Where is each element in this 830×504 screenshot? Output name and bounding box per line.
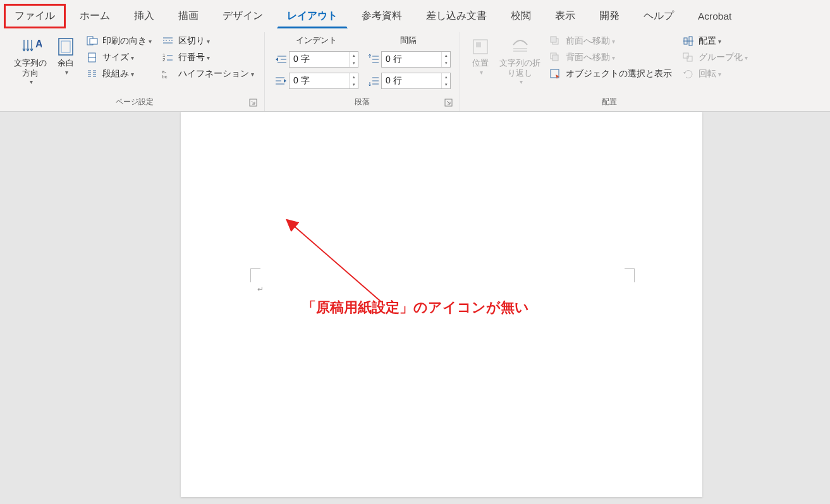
indent-right-icon (274, 74, 289, 88)
tab-view[interactable]: 表示 (545, 4, 585, 28)
tab-review[interactable]: 校閲 (501, 4, 541, 28)
wrap-text-label: 文字列の折 り返し (499, 59, 540, 78)
align-label: 配置 (699, 35, 716, 47)
spinner-down[interactable]: ▾ (350, 81, 358, 88)
bring-forward-label: 前面へ移動 (566, 35, 610, 47)
send-backward-icon (549, 52, 562, 63)
breaks-button[interactable]: 区切り ▾ (159, 33, 257, 49)
tab-acrobat[interactable]: Acrobat (688, 6, 742, 27)
orientation-label: 印刷の向き (102, 35, 147, 47)
align-button[interactable]: 配置 ▾ (680, 33, 750, 49)
group-objects-button: グループ化 ▾ (680, 50, 750, 65)
columns-label: 段組み (102, 68, 129, 80)
indent-heading: インデント (274, 33, 358, 49)
text-direction-button[interactable]: A 文字列の 方向 ▾ (10, 33, 51, 85)
bring-forward-icon (549, 35, 562, 47)
selection-pane-label: オブジェクトの選択と表示 (566, 68, 672, 80)
position-button: 位置 ▾ (465, 33, 496, 76)
margins-icon (54, 36, 77, 57)
size-icon (86, 52, 99, 63)
hyphenation-icon: a-bc (162, 68, 174, 80)
orientation-button[interactable]: 印刷の向き ▾ (83, 33, 154, 49)
wrap-text-icon (509, 36, 532, 57)
chevron-down-icon: ▾ (207, 38, 210, 45)
chevron-down-icon: ▾ (718, 38, 721, 45)
orientation-icon (86, 35, 99, 47)
line-numbers-button[interactable]: 12 行番号 ▾ (159, 50, 257, 65)
tab-strip: ファイル ホーム 挿入 描画 デザイン レイアウト 参考資料 差し込み文書 校閲… (0, 0, 830, 28)
spacing-heading: 間隔 (366, 33, 451, 49)
spinner-up[interactable]: ▴ (350, 52, 358, 59)
tab-insert[interactable]: 挿入 (124, 4, 164, 28)
size-label: サイズ (102, 52, 129, 63)
tab-help[interactable]: ヘルプ (633, 4, 684, 28)
group-icon (682, 52, 695, 63)
svg-text:2: 2 (162, 57, 166, 63)
svg-rect-54 (683, 53, 688, 58)
margin-corner-top-left (250, 268, 260, 282)
size-button[interactable]: サイズ ▾ (83, 50, 154, 65)
rotate-label: 回転 (699, 68, 716, 80)
tab-references[interactable]: 参考資料 (351, 4, 412, 28)
spinner-up[interactable]: ▴ (350, 73, 358, 81)
chevron-down-icon: ▾ (131, 71, 134, 78)
svg-rect-49 (552, 55, 558, 61)
group-paragraph: インデント 0 字 ▴▾ (265, 32, 460, 111)
paragraph-mark-icon: ↵ (257, 285, 264, 294)
tab-file[interactable]: ファイル (4, 4, 66, 28)
chevron-down-icon: ▾ (207, 54, 210, 61)
spinner-down[interactable]: ▾ (350, 59, 358, 67)
breaks-label: 区切り (178, 35, 205, 47)
spacing-before-spinner[interactable]: 0 行 ▴▾ (381, 51, 451, 68)
ribbon-body: A 文字列の 方向 ▾ 余白 ▾ (0, 28, 830, 111)
send-backward-label: 背面へ移動 (566, 52, 610, 63)
hyphenation-button[interactable]: a-bc ハイフネーション ▾ (159, 66, 257, 81)
paragraph-dialog-launcher[interactable] (444, 99, 453, 107)
chevron-down-icon: ▾ (480, 69, 483, 76)
selection-pane-icon (549, 68, 562, 80)
spinner-up[interactable]: ▴ (442, 52, 450, 59)
svg-rect-47 (551, 37, 556, 42)
spinner-down[interactable]: ▾ (442, 81, 450, 88)
margins-button[interactable]: 余白 ▾ (51, 33, 81, 76)
group-label-page-setup: ページ設定 (116, 97, 154, 107)
tab-home[interactable]: ホーム (70, 4, 120, 28)
send-backward-button: 背面へ移動 ▾ (547, 50, 674, 65)
indent-left-icon (274, 52, 289, 66)
indent-right-value: 0 字 (290, 73, 349, 88)
rotate-icon (682, 68, 695, 80)
group-page-setup: A 文字列の 方向 ▾ 余白 ▾ (0, 32, 265, 111)
line-numbers-icon: 12 (162, 52, 174, 63)
svg-rect-7 (90, 39, 97, 44)
tab-draw[interactable]: 描画 (168, 4, 209, 28)
spinner-up[interactable]: ▴ (442, 73, 450, 81)
columns-button[interactable]: 段組み ▾ (83, 66, 154, 81)
indent-left-spinner[interactable]: 0 字 ▴▾ (289, 51, 358, 68)
chevron-down-icon: ▾ (65, 69, 68, 76)
svg-text:bc: bc (162, 74, 167, 80)
text-direction-icon: A (19, 36, 42, 57)
text-direction-label: 文字列の 方向 (14, 59, 47, 78)
page-setup-dialog-launcher[interactable] (249, 99, 258, 107)
spacing-after-spinner[interactable]: 0 行 ▴▾ (381, 73, 451, 89)
chevron-down-icon: ▾ (30, 78, 33, 85)
position-icon (469, 36, 492, 57)
svg-text:A: A (35, 39, 42, 49)
spacing-after-icon (366, 74, 381, 88)
indent-right-spinner[interactable]: 0 字 ▴▾ (289, 73, 358, 89)
tab-layout[interactable]: レイアウト (277, 4, 348, 28)
spinner-down[interactable]: ▾ (442, 59, 450, 67)
tab-design[interactable]: デザイン (212, 4, 273, 28)
tab-mailings[interactable]: 差し込み文書 (416, 4, 497, 28)
breaks-icon (162, 35, 174, 47)
line-numbers-label: 行番号 (178, 52, 205, 63)
chevron-down-icon: ▾ (251, 71, 254, 78)
svg-rect-5 (61, 41, 70, 52)
group-arrange: 位置 ▾ 文字列の折 り返し ▾ 前面へ移動 (460, 32, 758, 111)
tab-developer[interactable]: 開発 (589, 4, 630, 28)
chevron-down-icon: ▾ (718, 71, 721, 78)
bring-forward-button: 前面へ移動 ▾ (547, 33, 674, 49)
selection-pane-button[interactable]: オブジェクトの選択と表示 (547, 66, 674, 81)
document-area: ↵ 「原稿用紙設定」のアイコンが無い (0, 112, 830, 497)
margins-label: 余白 (58, 59, 74, 69)
